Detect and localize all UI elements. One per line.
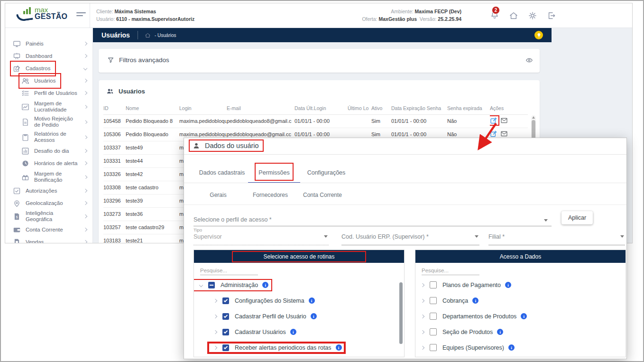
menu-toggle-icon[interactable] <box>76 12 86 18</box>
sidebar-item-motivo-rejei-o-de-pedido[interactable]: Motivo Rejeição de Pedido <box>5 114 92 130</box>
info-icon[interactable]: i <box>290 329 296 335</box>
access-profile-select[interactable]: Selecione o perfil de acesso * <box>193 214 552 226</box>
sidebar-item-margem-de-lucratividade[interactable]: Margem de Lucratividade <box>5 99 92 114</box>
info-icon[interactable]: i <box>472 297 478 304</box>
sidebar-item-perfil-de-usu-rios[interactable]: Perfil de Usuários <box>5 87 92 99</box>
send-email-button[interactable] <box>500 117 508 124</box>
chevron-right-icon[interactable] <box>421 283 424 287</box>
pencilsq-icon <box>13 65 21 73</box>
checkbox-unchecked[interactable] <box>430 344 437 351</box>
help-bulb-button[interactable] <box>534 31 543 39</box>
sidebar-item-hor-rios-de-alerta[interactable]: Horários de alerta <box>5 157 92 169</box>
sidebar-item-desafio-do-dia[interactable]: Desafio do dia <box>5 145 92 157</box>
sidebar-item-autoriza-es[interactable]: Autorizações <box>5 185 92 197</box>
cell-actions <box>490 114 528 128</box>
cell-id: 105306 <box>103 128 126 141</box>
tree-item-label: Planos de Pagamento <box>442 282 501 288</box>
info-icon[interactable]: i <box>311 313 317 319</box>
tab-permiss-es[interactable]: Permissões <box>248 163 300 183</box>
routines-search-input[interactable]: Pesquise... <box>200 268 258 275</box>
apply-button[interactable]: Aplicar <box>561 211 593 224</box>
breadcrumb: - Usuários <box>145 32 176 38</box>
sidebar-item-label: Relatórios de Acessos <box>34 131 80 143</box>
filial-select[interactable]: Filial * <box>488 229 625 245</box>
cell-nome: teste39 <box>126 194 179 207</box>
sidebar-item-usu-rios[interactable]: Usuários <box>5 74 92 87</box>
tab-configura-es[interactable]: Configurações <box>300 163 352 183</box>
subtab-conta-corrente[interactable]: Conta Corrente <box>296 186 349 204</box>
info-icon[interactable]: i <box>497 329 503 335</box>
checkbox-unchecked[interactable] <box>430 313 437 320</box>
monitor-icon <box>13 40 21 48</box>
column-header[interactable]: Ativo <box>371 102 391 114</box>
sidebar-item-cadastros[interactable]: Cadastros <box>5 62 92 74</box>
checkbox-checked[interactable] <box>222 297 229 304</box>
chevron-right-icon[interactable] <box>421 345 424 349</box>
column-header[interactable]: Senha expirada <box>447 102 490 114</box>
chevron-right-icon[interactable] <box>213 330 217 334</box>
column-header[interactable]: Último Lo <box>348 102 371 114</box>
checkbox-checked[interactable] <box>222 344 229 351</box>
tree-item: Departamentos de Produtosi <box>415 308 626 324</box>
info-icon[interactable]: i <box>521 313 527 319</box>
sidebar-item-pain-is[interactable]: Painéis <box>5 37 92 50</box>
cod-usuario-erp-select[interactable]: Cod. Usuário ERP. (Supervisor) * <box>341 229 479 245</box>
column-header[interactable]: Data Expiração Senha <box>391 102 447 114</box>
checkbox-unchecked[interactable] <box>430 281 437 288</box>
chevron-right-icon[interactable] <box>213 298 217 302</box>
column-header[interactable]: Data Últ.Login <box>294 102 348 114</box>
brand-logo: max GESTÃO <box>17 6 78 26</box>
notification-badge: 2 <box>492 6 500 14</box>
tree-item: Seção de Produtosi <box>415 324 626 340</box>
chevron-right-icon[interactable] <box>421 330 424 334</box>
gear-icon[interactable] <box>528 11 537 20</box>
sidebar-item-vendas[interactable]: Vendas <box>5 236 92 243</box>
subtab-gerais[interactable]: Gerais <box>192 186 244 204</box>
sidebar-item-relat-rios-de-acessos[interactable]: Relatórios de Acessos <box>5 130 92 145</box>
header-divider <box>90 3 90 28</box>
column-header[interactable]: ID <box>103 102 126 114</box>
subtab-fornecedores[interactable]: Fornecedores <box>244 186 296 204</box>
checkbox-indeterminate[interactable] <box>208 282 215 288</box>
edit-user-button[interactable] <box>490 117 497 124</box>
tree-item: Cadastrar Perfil de Usuárioi <box>194 308 404 324</box>
cell-id: 103308 <box>103 181 126 194</box>
info-icon[interactable]: i <box>309 297 315 304</box>
sidebar-item-conta-corrente[interactable]: Conta Corrente <box>5 223 92 236</box>
info-icon[interactable]: i <box>508 344 515 351</box>
chevron-right-icon[interactable] <box>421 298 424 302</box>
edit-user-button[interactable] <box>490 130 497 138</box>
chevron-right-icon[interactable] <box>213 314 217 318</box>
tab-dados-cadastrais[interactable]: Dados cadastrais <box>196 163 248 183</box>
sidebar-item-dashboard[interactable]: Dashboard <box>5 50 92 62</box>
advanced-filters-title[interactable]: Filtros avançados <box>119 56 169 64</box>
checkbox-unchecked[interactable] <box>430 297 437 304</box>
chevron-right-icon[interactable] <box>421 314 424 318</box>
routines-scrollbar[interactable] <box>399 279 403 354</box>
checkbox-checked[interactable] <box>222 329 229 335</box>
breadcrumb-home-icon[interactable] <box>145 32 151 38</box>
sidebar-item-intelig-ncia-geogr-fica[interactable]: $Inteligência Geográfica <box>5 209 92 223</box>
send-email-button[interactable] <box>500 130 508 138</box>
tipo-select[interactable]: Tipo Supervisor <box>193 229 329 245</box>
notifications-button[interactable]: 2 <box>490 10 499 21</box>
sidebar-item-geolocaliza-o[interactable]: Geolocalização <box>5 197 92 209</box>
cell-nome: Pedido Bloqueado 8 <box>126 114 179 128</box>
data-access-search-input[interactable]: Pesquise... <box>422 268 479 275</box>
logout-icon[interactable] <box>547 11 556 20</box>
eye-icon[interactable] <box>525 56 533 64</box>
chevron-down-icon[interactable] <box>199 283 203 287</box>
info-icon[interactable]: i <box>262 282 268 288</box>
checkbox-checked[interactable] <box>222 313 229 320</box>
info-icon[interactable]: i <box>505 282 511 288</box>
column-header[interactable]: Ações <box>490 102 528 114</box>
info-icon[interactable]: i <box>336 344 342 351</box>
sidebar-item-margem-de-bonifica-o[interactable]: Margem de Bonificação <box>5 169 92 185</box>
home-icon[interactable] <box>509 11 518 20</box>
tree-item: Equipes (Supervisores)i <box>415 340 626 355</box>
chevron-right-icon[interactable] <box>213 345 217 349</box>
column-header[interactable]: Login <box>179 102 227 114</box>
checkbox-unchecked[interactable] <box>430 328 437 335</box>
column-header[interactable]: E-mail <box>227 102 294 114</box>
column-header[interactable]: Nome <box>126 102 179 114</box>
